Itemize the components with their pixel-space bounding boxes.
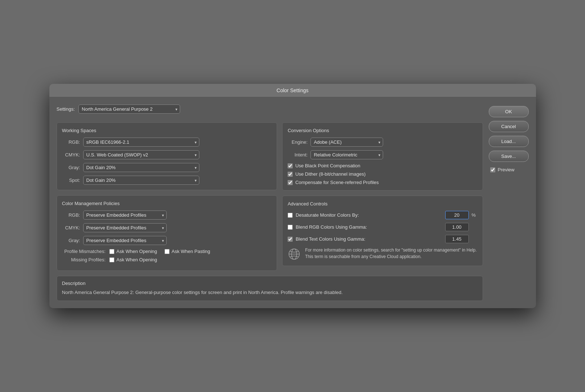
ask-opening-label: Ask When Opening bbox=[117, 249, 157, 254]
settings-select[interactable]: North America General Purpose 2 bbox=[78, 105, 180, 114]
advanced-controls-title: Advanced Controls bbox=[288, 201, 477, 207]
description-text: North America General Purpose 2: General… bbox=[62, 289, 478, 296]
blend-text-checkbox[interactable] bbox=[288, 237, 293, 242]
missing-ask-opening-checkbox[interactable] bbox=[109, 257, 114, 262]
gray-label: Gray: bbox=[62, 165, 80, 170]
right-panels: Conversion Options Engine: Adobe (ACE) I… bbox=[282, 122, 483, 271]
cmyk-label: CMYK: bbox=[62, 152, 80, 158]
working-spaces-title: Working Spaces bbox=[62, 128, 272, 133]
load-button[interactable]: Load... bbox=[489, 136, 529, 147]
gray-field-row: Gray: Dot Gain 20% bbox=[62, 163, 272, 172]
engine-label: Engine: bbox=[288, 139, 308, 145]
policy-gray-row: Gray: Preserve Embedded Profiles bbox=[62, 236, 272, 245]
policy-rgb-row: RGB: Preserve Embedded Profiles bbox=[62, 211, 272, 220]
policy-gray-label: Gray: bbox=[62, 238, 80, 243]
desaturate-checkbox[interactable] bbox=[288, 213, 293, 218]
conversion-options-panel: Conversion Options Engine: Adobe (ACE) I… bbox=[282, 122, 483, 191]
missing-profiles-row: Missing Profiles: Ask When Opening bbox=[62, 257, 272, 262]
black-point-row: Use Black Point Compensation bbox=[288, 163, 477, 168]
blend-text-row: Blend Text Colors Using Gamma: bbox=[288, 235, 477, 243]
color-settings-dialog: Color Settings Settings: North America G… bbox=[49, 84, 536, 308]
blend-rgb-input[interactable] bbox=[445, 223, 469, 231]
ask-pasting-checkbox[interactable] bbox=[164, 249, 170, 254]
blend-text-input[interactable] bbox=[445, 235, 469, 243]
profile-mismatches-row: Profile Mismatches: Ask When Opening Ask… bbox=[62, 249, 272, 254]
ask-pasting-checkbox-row: Ask When Pasting bbox=[164, 249, 210, 254]
two-column-layout: Working Spaces RGB: sRGB IEC61966-2.1 CM… bbox=[57, 122, 483, 271]
policy-rgb-select[interactable]: Preserve Embedded Profiles bbox=[83, 211, 167, 220]
info-text: For more information on color settings, … bbox=[305, 247, 477, 260]
rgb-label: RGB: bbox=[62, 139, 80, 145]
ask-opening-checkbox-row: Ask When Opening bbox=[109, 249, 157, 254]
buttons-column: OK Cancel Load... Save... Preview bbox=[489, 105, 529, 301]
blend-rgb-label: Blend RGB Colors Using Gamma: bbox=[296, 224, 442, 230]
blend-rgb-row: Blend RGB Colors Using Gamma: bbox=[288, 223, 477, 231]
gray-select[interactable]: Dot Gain 20% bbox=[83, 163, 199, 172]
policy-cmyk-row: CMYK: Preserve Embedded Profiles bbox=[62, 223, 272, 232]
scene-referred-label: Compensate for Scene-referred Profiles bbox=[295, 180, 379, 185]
missing-ask-opening-label: Ask When Opening bbox=[117, 257, 157, 262]
desaturate-unit: % bbox=[472, 212, 478, 218]
desaturate-label: Desaturate Monitor Colors By: bbox=[296, 212, 442, 218]
ask-pasting-label: Ask When Pasting bbox=[172, 249, 210, 254]
intent-select[interactable]: Relative Colorimetric bbox=[310, 150, 383, 159]
main-content: Settings: North America General Purpose … bbox=[57, 105, 483, 301]
ask-opening-checkbox[interactable] bbox=[109, 249, 114, 254]
policy-rgb-label: RGB: bbox=[62, 212, 80, 218]
missing-profiles-label: Missing Profiles: bbox=[62, 257, 106, 262]
advanced-controls-panel: Advanced Controls Desaturate Monitor Col… bbox=[282, 196, 483, 266]
desaturate-input[interactable] bbox=[445, 211, 469, 219]
color-management-title: Color Management Policies bbox=[62, 201, 272, 206]
ok-button[interactable]: OK bbox=[489, 106, 529, 117]
blend-text-label: Blend Text Colors Using Gamma: bbox=[296, 236, 442, 242]
policy-gray-select[interactable]: Preserve Embedded Profiles bbox=[83, 236, 167, 245]
dither-label: Use Dither (8-bit/channel images) bbox=[295, 171, 366, 177]
cmyk-field-row: CMYK: U.S. Web Coated (SWOP) v2 bbox=[62, 150, 272, 159]
spot-field-row: Spot: Dot Gain 20% bbox=[62, 176, 272, 185]
description-panel: Description North America General Purpos… bbox=[57, 276, 483, 301]
spot-label: Spot: bbox=[62, 177, 80, 183]
color-management-policies-panel: Color Management Policies RGB: Preserve … bbox=[57, 195, 277, 271]
preview-label: Preview bbox=[498, 167, 515, 172]
dither-checkbox[interactable] bbox=[288, 172, 293, 177]
scene-referred-row: Compensate for Scene-referred Profiles bbox=[288, 180, 477, 185]
blend-rgb-checkbox[interactable] bbox=[288, 225, 293, 230]
dialog-title: Color Settings bbox=[49, 84, 536, 97]
dither-row: Use Dither (8-bit/channel images) bbox=[288, 171, 477, 177]
settings-row: Settings: North America General Purpose … bbox=[57, 105, 483, 114]
profile-mismatches-label: Profile Mismatches: bbox=[62, 249, 106, 254]
left-panels: Working Spaces RGB: sRGB IEC61966-2.1 CM… bbox=[57, 122, 277, 271]
description-title: Description bbox=[62, 281, 478, 286]
cmyk-select[interactable]: U.S. Web Coated (SWOP) v2 bbox=[83, 150, 199, 159]
engine-row: Engine: Adobe (ACE) bbox=[288, 138, 477, 147]
rgb-field-row: RGB: sRGB IEC61966-2.1 bbox=[62, 138, 272, 147]
conversion-options-title: Conversion Options bbox=[288, 128, 477, 133]
policy-cmyk-label: CMYK: bbox=[62, 225, 80, 230]
spot-select[interactable]: Dot Gain 20% bbox=[83, 176, 199, 185]
scene-referred-checkbox[interactable] bbox=[288, 180, 293, 185]
intent-label: Intent: bbox=[288, 152, 308, 158]
engine-select[interactable]: Adobe (ACE) bbox=[310, 138, 383, 147]
missing-ask-opening-row: Ask When Opening bbox=[109, 257, 157, 262]
save-button[interactable]: Save... bbox=[489, 151, 529, 162]
cancel-button[interactable]: Cancel bbox=[489, 121, 529, 132]
info-row: For more information on color settings, … bbox=[288, 247, 477, 261]
intent-row: Intent: Relative Colorimetric bbox=[288, 150, 477, 159]
black-point-checkbox[interactable] bbox=[288, 163, 293, 168]
rgb-select[interactable]: sRGB IEC61966-2.1 bbox=[83, 138, 199, 147]
preview-row: Preview bbox=[489, 167, 529, 172]
desaturate-row: Desaturate Monitor Colors By: % bbox=[288, 211, 477, 219]
settings-select-wrapper: North America General Purpose 2 bbox=[78, 105, 180, 114]
policy-cmyk-select[interactable]: Preserve Embedded Profiles bbox=[83, 223, 167, 232]
black-point-label: Use Black Point Compensation bbox=[295, 163, 360, 168]
settings-label: Settings: bbox=[57, 106, 75, 112]
globe-icon bbox=[288, 248, 301, 261]
preview-checkbox[interactable] bbox=[490, 167, 495, 172]
working-spaces-panel: Working Spaces RGB: sRGB IEC61966-2.1 CM… bbox=[57, 122, 277, 190]
